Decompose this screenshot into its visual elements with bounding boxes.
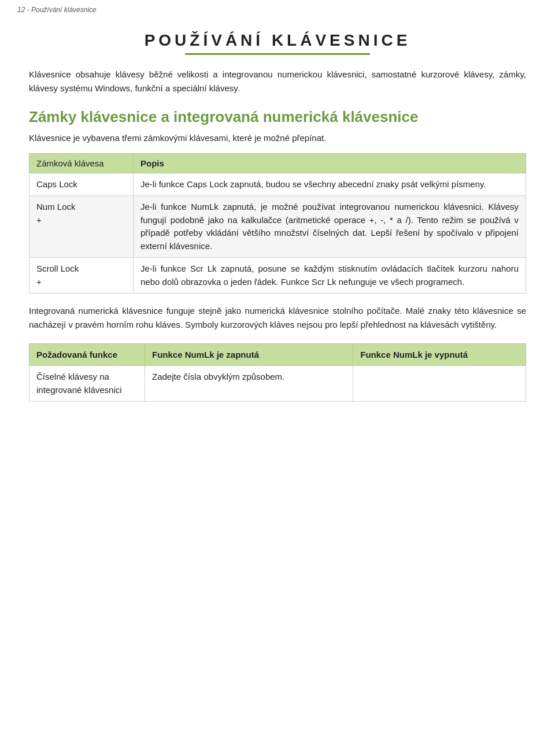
- lock-table-col1-header: Zámková klávesa: [29, 153, 134, 173]
- numlk-row-on: Zadejte čísla obvyklým způsobem.: [145, 366, 353, 402]
- lock-table: Zámková klávesa Popis Caps LockJe-li fun…: [29, 153, 526, 294]
- page-content: Používání klávesnice Klávesnice obsahuje…: [0, 14, 555, 425]
- lock-row-key: Caps Lock: [29, 173, 134, 196]
- numlk-table: Požadovaná funkce Funkce NumLk je zapnut…: [29, 343, 526, 402]
- lock-table-col2-header: Popis: [134, 153, 526, 173]
- numlk-col2-header: Funkce NumLk je zapnutá: [145, 344, 353, 366]
- page-header: 12 - Používání klávesnice: [0, 0, 555, 14]
- numlk-row-off: [353, 366, 526, 402]
- lock-row-key: Num Lock +: [29, 196, 134, 258]
- title-underline: [185, 53, 370, 55]
- main-title: Používání klávesnice: [29, 25, 526, 50]
- numlk-col3-header: Funkce NumLk je vypnutá: [353, 344, 526, 366]
- intro-text: Klávesnice obsahuje klávesy běžné veliko…: [29, 68, 526, 95]
- lock-row-desc: Je-li funkce Caps Lock zapnutá, budou se…: [134, 173, 526, 196]
- section-subtitle: Klávesnice je vybavena třemi zámkovými k…: [29, 132, 526, 145]
- lock-row-desc: Je-li funkce NumLk zapnutá, je možné pou…: [134, 196, 526, 258]
- section-title: Zámky klávesnice a integrovaná numerická…: [29, 108, 526, 126]
- lock-row-desc: Je-li funkce Scr Lk zapnutá, posune se k…: [134, 258, 526, 294]
- bottom-text: Integrovaná numerická klávesnice funguje…: [29, 304, 526, 332]
- numlk-row-func: Číselné klávesy na integrované klávesnic…: [29, 366, 145, 402]
- numlk-col1-header: Požadovaná funkce: [29, 344, 145, 366]
- page-header-text: 12 - Používání klávesnice: [17, 6, 97, 14]
- lock-row-key: Scroll Lock +: [29, 258, 134, 294]
